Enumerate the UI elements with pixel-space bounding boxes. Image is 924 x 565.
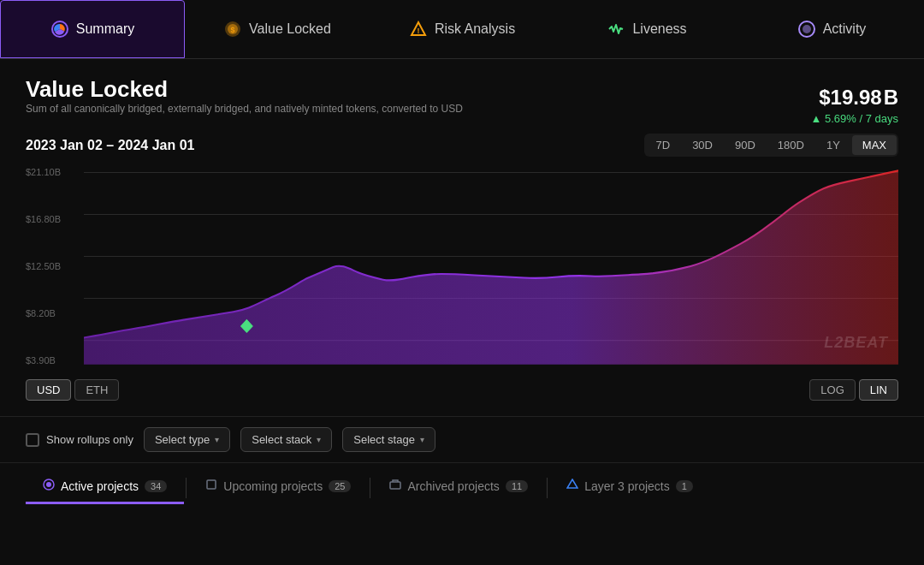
svg-rect-17 (390, 482, 400, 489)
summary-icon (50, 20, 69, 39)
project-tab-active[interactable]: Active projects 34 (26, 472, 184, 504)
activity-icon (797, 20, 816, 39)
active-projects-count: 34 (145, 480, 167, 492)
layer3-projects-count: 1 (676, 480, 693, 492)
scale-lin[interactable]: LIN (859, 379, 898, 401)
y-label-4: $8.20B (26, 308, 84, 318)
navigation-tabs: Summary $ Value Locked ! Risk Analysis L… (0, 0, 924, 59)
svg-marker-18 (567, 479, 578, 488)
tab-activity[interactable]: Activity (739, 0, 924, 58)
tab-divider-2 (370, 478, 370, 498)
range-180d[interactable]: 180D (767, 135, 814, 155)
chart-svg (84, 164, 898, 369)
upcoming-projects-label: Upcoming projects (223, 479, 323, 493)
chart-container: $21.10B $16.80B $12.50B $8.20B $3.90B (26, 164, 898, 369)
stack-label: Select stack (252, 433, 311, 446)
tab-summary[interactable]: Summary (0, 0, 185, 58)
tab-value-locked[interactable]: $ Value Locked (185, 0, 370, 58)
layer3-projects-label: Layer 3 projects (584, 479, 670, 493)
archived-projects-icon (389, 479, 401, 493)
date-range-row: 2023 Jan 02 – 2024 Jan 01 7D 30D 90D 180… (26, 134, 898, 157)
watermark: L2BEAT (824, 334, 888, 352)
value-title-block: Value Locked Sum of all canonically brid… (26, 76, 463, 120)
rollups-label: Show rollups only (46, 433, 133, 446)
value-change: ▲ 5.69% / 7 days (811, 112, 898, 125)
tab-divider-1 (186, 478, 187, 498)
rollups-filter[interactable]: Show rollups only (26, 433, 133, 447)
y-label-5: $3.90B (26, 355, 84, 366)
svg-text:!: ! (417, 27, 419, 35)
scale-buttons: LOG LIN (809, 379, 898, 401)
type-label: Select type (155, 433, 210, 446)
currency-buttons: USD ETH (26, 379, 119, 401)
range-buttons: 7D 30D 90D 180D 1Y MAX (644, 134, 899, 157)
value-subtitle: Sum of all canonically bridged, external… (26, 103, 463, 115)
type-chevron: ▾ (215, 435, 219, 444)
upcoming-projects-count: 25 (329, 480, 351, 492)
tab-divider-3 (547, 478, 548, 498)
amount-suffix: B (884, 86, 898, 109)
y-label-3: $12.50B (26, 261, 84, 271)
tab-value-locked-label: Value Locked (249, 21, 331, 37)
layer3-projects-icon (566, 479, 578, 493)
rollups-checkbox[interactable] (26, 433, 39, 447)
range-1y[interactable]: 1Y (816, 135, 850, 155)
tab-liveness-label: Liveness (632, 21, 686, 37)
value-amount: $19.98B (811, 76, 898, 112)
chart-y-labels: $21.10B $16.80B $12.50B $8.20B $3.90B (26, 164, 84, 369)
range-max[interactable]: MAX (852, 135, 897, 155)
tab-liveness[interactable]: Liveness (554, 0, 739, 58)
value-locked-title: Value Locked (26, 76, 463, 103)
stage-label: Select stage (353, 433, 415, 446)
value-header: Value Locked Sum of all canonically brid… (26, 76, 898, 125)
project-tab-upcoming[interactable]: Upcoming projects 25 (188, 472, 368, 504)
svg-text:$: $ (231, 26, 235, 34)
tab-risk-analysis[interactable]: ! Risk Analysis (370, 0, 554, 58)
stage-select[interactable]: Select stage ▾ (342, 427, 435, 452)
archived-projects-label: Archived projects (407, 479, 499, 493)
value-amount-block: $19.98B ▲ 5.69% / 7 days (811, 76, 898, 125)
project-tab-archived[interactable]: Archived projects 11 (372, 472, 545, 504)
risk-analysis-icon: ! (409, 20, 428, 39)
active-projects-label: Active projects (61, 479, 139, 493)
tab-summary-label: Summary (76, 21, 134, 37)
chart-controls: USD ETH LOG LIN (26, 379, 898, 401)
value-locked-icon: $ (223, 20, 242, 39)
date-range-label: 2023 Jan 02 – 2024 Jan 01 (26, 138, 195, 153)
archived-projects-count: 11 (506, 480, 528, 492)
range-90d[interactable]: 90D (725, 135, 766, 155)
range-30d[interactable]: 30D (682, 135, 723, 155)
svg-rect-16 (207, 480, 216, 489)
stage-chevron: ▾ (420, 435, 424, 444)
scale-log[interactable]: LOG (809, 379, 855, 401)
upcoming-projects-icon (205, 479, 217, 493)
svg-point-7 (803, 25, 811, 33)
y-label-2: $16.80B (26, 214, 84, 224)
filter-row: Show rollups only Select type ▾ Select s… (0, 416, 924, 462)
svg-point-15 (46, 482, 51, 487)
stack-chevron: ▾ (317, 435, 321, 444)
range-7d[interactable]: 7D (646, 135, 681, 155)
liveness-icon (607, 20, 625, 39)
project-tabs: Active projects 34 Upcoming projects 25 … (0, 462, 924, 504)
active-projects-icon (43, 479, 55, 493)
main-content: Value Locked Sum of all canonically brid… (0, 59, 924, 401)
y-label-1: $21.10B (26, 167, 84, 177)
stack-select[interactable]: Select stack ▾ (240, 427, 332, 452)
type-select[interactable]: Select type ▾ (144, 427, 230, 452)
tab-activity-label: Activity (823, 21, 867, 37)
currency-eth[interactable]: ETH (74, 379, 119, 401)
project-tab-layer3[interactable]: Layer 3 projects 1 (549, 472, 710, 504)
tab-risk-analysis-label: Risk Analysis (435, 21, 515, 37)
currency-usd[interactable]: USD (26, 379, 71, 401)
